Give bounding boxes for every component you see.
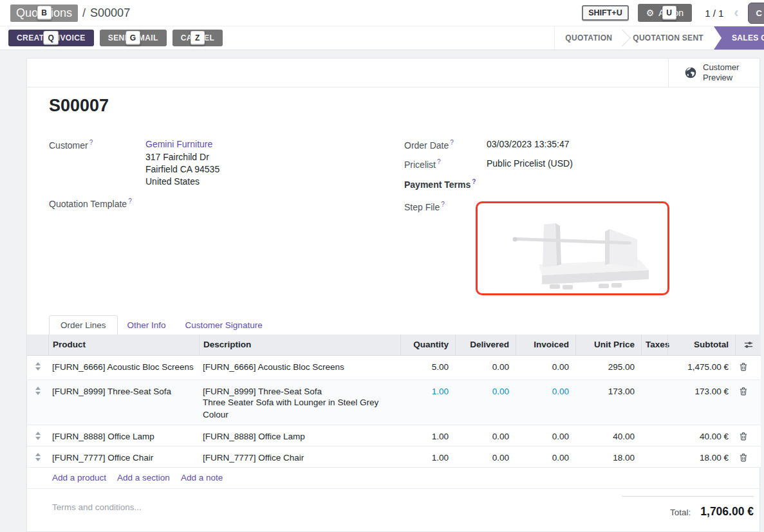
header-product[interactable]: Product [48,335,199,355]
table-row[interactable]: [FURN_7777] Office Chair [FURN_7777] Off… [27,446,761,468]
add-product-link[interactable]: Add a product [52,473,106,482]
help-icon: ? [472,178,476,185]
cut-off-button[interactable]: C [748,3,764,24]
cell-description[interactable]: [FURN_6666] Acoustic Bloc Screens [199,356,400,380]
header-unit-price[interactable]: Unit Price [575,335,641,355]
table-row[interactable]: [FURN_6666] Acoustic Bloc Screens [FURN_… [27,356,761,380]
customer-link[interactable]: Gemini Furniture [145,139,212,149]
order-date-value[interactable]: 03/03/2023 13:35:47 [487,139,569,149]
header-invoiced[interactable]: Invoiced [516,335,575,355]
customer-preview-button[interactable]: Customer Preview [668,59,759,87]
delete-row-icon[interactable] [735,446,761,467]
breadcrumb-separator: / [82,6,86,20]
cancel-button[interactable]: CANCEL Z [172,30,223,46]
cell-taxes[interactable] [641,446,667,467]
optional-columns-icon[interactable] [735,335,761,355]
sale-order-form-card: Customer Preview S00007 Customer? Gemini… [26,58,760,532]
cell-product[interactable]: [FURN_8888] Office Lamp [48,425,199,446]
drag-handle-icon[interactable] [27,356,48,380]
header-delivered[interactable]: Delivered [455,335,516,355]
cell-unit-price[interactable]: 18.00 [575,446,641,467]
cell-quantity[interactable]: 1.00 [400,446,455,467]
cell-quantity[interactable]: 5.00 [400,356,455,380]
step-file-image-highlighted[interactable] [476,201,669,295]
cell-product[interactable]: [FURN_7777] Office Chair [48,446,199,467]
header-quantity[interactable]: Quantity [400,335,455,355]
cell-taxes[interactable] [641,356,667,380]
cell-invoiced[interactable]: 0.00 [516,380,575,425]
terms-and-conditions-placeholder[interactable]: Terms and conditions... [52,502,142,512]
table-header-row: Product Description Quantity Delivered I… [27,335,761,356]
status-step-quotation[interactable]: QUOTATION [555,26,622,50]
tab-order-lines[interactable]: Order Lines [49,315,118,335]
hint-key-b: B [37,6,51,21]
gear-icon: ⚙ [646,8,655,17]
hint-key-shift-u: SHIFT+U [582,5,628,21]
status-quotation-sent-label: QUOTATION SENT [633,33,703,42]
cell-delivered[interactable]: 0.00 [455,425,516,446]
cell-unit-price[interactable]: 173.00 [575,380,641,425]
drag-handle-icon[interactable] [27,446,48,467]
drag-handle-icon[interactable] [27,425,48,446]
delete-row-icon[interactable] [735,425,761,446]
header-subtotal[interactable]: Subtotal [667,335,735,355]
cell-description[interactable]: [FURN_8888] Office Lamp [199,425,400,446]
action-menu-button[interactable]: ⚙ Action U [638,4,692,22]
cell-invoiced[interactable]: 0.00 [516,425,575,446]
cell-product[interactable]: [FURN_6666] Acoustic Bloc Screens [48,356,199,380]
cell-delivered[interactable]: 0.00 [455,356,516,380]
description-line-1: [FURN_8999] Three-Seat Sofa [203,387,400,396]
customer-field-value: Gemini Furniture 317 Fairchild Dr Fairfi… [145,139,219,188]
status-pipeline: QUOTATION QUOTATION SENT SALES ORDER [554,26,764,50]
pricelist-value[interactable]: Public Pricelist (USD) [487,158,573,169]
drag-handle-icon[interactable] [27,380,48,425]
add-section-link[interactable]: Add a section [117,473,170,482]
help-icon: ? [437,158,441,165]
cell-invoiced[interactable]: 0.00 [516,356,575,380]
cell-unit-price[interactable]: 40.00 [575,425,641,446]
delete-row-icon[interactable] [735,380,761,425]
pager-previous-icon[interactable]: ‹ [734,6,738,20]
cell-subtotal: 40.00 € [667,425,735,446]
address-line-3: United States [145,176,219,188]
customer-address: 317 Fairchild Dr Fairfield CA 94535 Unit… [145,151,219,188]
cell-taxes[interactable] [641,380,667,425]
cell-invoiced[interactable]: 0.00 [516,446,575,467]
cell-description[interactable]: [FURN_8999] Three-Seat Sofa Three Seater… [199,380,400,425]
customer-preview-label: Customer Preview [703,62,744,82]
breadcrumb-quotations[interactable]: Quotations B [10,5,78,22]
status-step-quotation-sent[interactable]: QUOTATION SENT [622,26,714,50]
odoo-sale-order-screen: Quotations B / S00007 SHIFT+U ⚙ Action U… [0,0,764,532]
breadcrumb-current-record: S00007 [90,6,130,20]
cell-description[interactable]: [FURN_7777] Office Chair [199,446,400,467]
order-totals: Total: 1,706.00 € [622,496,754,518]
pricelist-field-label: Pricelist? [404,158,441,170]
status-step-sales-order-active[interactable]: SALES ORDER [714,26,764,50]
delete-row-icon[interactable] [735,356,761,380]
table-row[interactable]: [FURN_8999] Three-Seat Sofa [FURN_8999] … [27,380,761,425]
cell-delivered[interactable]: 0.00 [455,446,516,467]
hint-key-q: Q [43,31,59,46]
help-icon: ? [128,197,132,205]
form-status-strip: Customer Preview [27,59,759,87]
record-pager: 1 / 1 ‹ › [705,6,754,20]
send-email-button[interactable]: SEND EMAIL G [100,30,167,46]
add-note-link[interactable]: Add a note [181,473,223,482]
table-row[interactable]: [FURN_8888] Office Lamp [FURN_8888] Offi… [27,425,761,446]
tab-customer-signature[interactable]: Customer Signature [176,316,272,335]
cell-product[interactable]: [FURN_8999] Three-Seat Sofa [48,380,199,425]
cell-quantity[interactable]: 1.00 [400,425,455,446]
order-title: S00007 [49,96,109,116]
hint-key-z: Z [190,31,205,46]
cell-taxes[interactable] [641,425,667,446]
header-description[interactable]: Description [199,335,400,355]
order-date-field-label: Order Date? [404,139,454,151]
cell-quantity[interactable]: 1.00 [400,380,455,425]
order-lines-table: Product Description Quantity Delivered I… [27,335,761,489]
create-invoice-button[interactable]: CREATE INVOICE Q [8,30,94,46]
header-taxes[interactable]: Taxes [641,335,667,355]
tab-other-info[interactable]: Other Info [118,316,176,335]
cell-unit-price[interactable]: 295.00 [575,356,641,380]
cell-delivered[interactable]: 0.00 [455,380,516,425]
top-navigation-bar: Quotations B / S00007 SHIFT+U ⚙ Action U… [0,0,764,26]
